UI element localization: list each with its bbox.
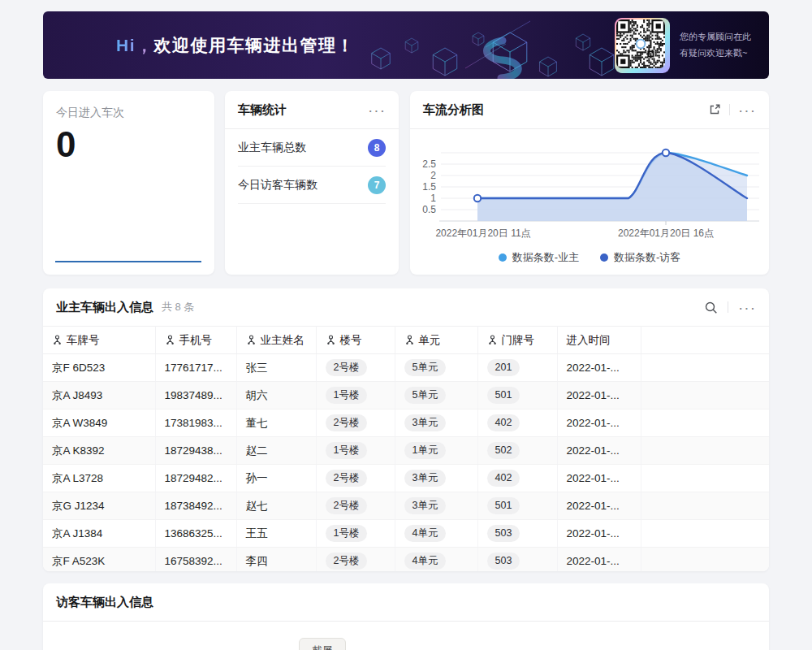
hierarchy-icon bbox=[404, 335, 415, 345]
traffic-chart-header: 车流分析图 ··· bbox=[410, 91, 769, 129]
cell-手机号: 18729482... bbox=[155, 465, 236, 492]
visitor-table-title: 访客车辆出入信息 bbox=[56, 595, 153, 610]
cell-业主姓名: 董七 bbox=[236, 410, 316, 437]
table-row[interactable]: 京A K839218729438...赵二1号楼1单元5022022-01-..… bbox=[43, 437, 769, 465]
column-header-楼号[interactable]: 楼号 bbox=[316, 327, 395, 354]
today-entries-card: 今日进入车次 0 bbox=[43, 91, 214, 275]
cell-车牌号: 京A L3728 bbox=[43, 465, 155, 492]
more-menu-icon[interactable]: ··· bbox=[738, 102, 756, 118]
cell-门牌号: 402 bbox=[477, 410, 557, 437]
svg-text:1.5: 1.5 bbox=[422, 181, 436, 193]
vehicle-stats-card: 车辆统计 ··· 业主车辆总数8今日访客车辆数7 bbox=[225, 91, 399, 275]
cell-楼号: 2号楼 bbox=[316, 465, 395, 492]
qr-caption-line1: 您的专属顾问在此 bbox=[680, 29, 751, 46]
hierarchy-icon bbox=[487, 335, 498, 345]
expand-icon[interactable] bbox=[708, 103, 721, 116]
legend-label: 数据条数-访客 bbox=[614, 250, 680, 265]
cell-blank bbox=[641, 465, 769, 492]
cell-门牌号: 201 bbox=[477, 354, 557, 382]
owner-table: 车牌号手机号业主姓名楼号单元门牌号进入时间 京F 6D52317761717..… bbox=[43, 326, 769, 571]
tag-pill: 5单元 bbox=[404, 359, 447, 376]
tag-pill: 503 bbox=[487, 552, 520, 570]
cell-手机号: 13686325... bbox=[155, 520, 236, 548]
table-row[interactable]: 京A J849319837489...胡六1号楼5单元5012022-01-..… bbox=[43, 382, 769, 410]
cell-手机号: 17761717... bbox=[155, 354, 236, 382]
cell-门牌号: 402 bbox=[477, 465, 557, 492]
cell-进入时间: 2022-01-... bbox=[557, 548, 641, 572]
column-label: 业主姓名 bbox=[261, 333, 304, 348]
svg-text:1: 1 bbox=[430, 193, 436, 204]
table-row[interactable]: 京A W384917381983...董七2号楼3单元4022022-01-..… bbox=[43, 410, 769, 437]
tag-pill: 1号楼 bbox=[326, 387, 368, 404]
cell-楼号: 1号楼 bbox=[316, 382, 395, 410]
tag-pill: 201 bbox=[487, 359, 520, 376]
column-header-单元[interactable]: 单元 bbox=[395, 327, 477, 354]
hierarchy-icon bbox=[246, 335, 257, 345]
cell-进入时间: 2022-01-... bbox=[557, 465, 641, 492]
today-entries-label: 今日进入车次 bbox=[43, 91, 214, 120]
visitor-table-body: 截屏 bbox=[43, 622, 769, 650]
column-header-门牌号[interactable]: 门牌号 bbox=[477, 327, 557, 354]
hierarchy-icon bbox=[52, 335, 63, 345]
cell-手机号: 18738492... bbox=[155, 492, 236, 520]
tag-pill: 4单元 bbox=[404, 525, 447, 542]
tag-pill: 503 bbox=[487, 525, 520, 542]
cell-单元: 3单元 bbox=[395, 465, 477, 492]
banner-greeting: Hi，欢迎使用车辆进出管理！ bbox=[116, 34, 355, 57]
owner-table-title: 业主车辆出入信息 bbox=[56, 300, 153, 315]
cell-blank bbox=[641, 382, 769, 410]
legend-item[interactable]: 数据条数-业主 bbox=[499, 250, 579, 265]
cell-进入时间: 2022-01-... bbox=[557, 382, 641, 410]
table-row[interactable]: 京A L372818729482...孙一2号楼3单元4022022-01-..… bbox=[43, 465, 769, 492]
cell-单元: 4单元 bbox=[395, 548, 477, 572]
card-accent-line bbox=[55, 261, 201, 262]
cell-单元: 5单元 bbox=[395, 354, 477, 382]
column-header-进入时间[interactable]: 进入时间 bbox=[557, 327, 641, 354]
cell-进入时间: 2022-01-... bbox=[557, 437, 641, 465]
consultant-qr-code[interactable] bbox=[615, 18, 670, 73]
cell-手机号: 16758392... bbox=[155, 548, 236, 572]
cell-业主姓名: 赵二 bbox=[236, 437, 316, 465]
table-row[interactable]: 京F 6D52317761717...张三2号楼5单元2012022-01-..… bbox=[43, 354, 769, 382]
column-header-车牌号[interactable]: 车牌号 bbox=[43, 327, 155, 354]
more-menu-icon[interactable]: ··· bbox=[368, 102, 386, 118]
stat-count-badge: 8 bbox=[368, 139, 386, 157]
owner-table-header: 业主车辆出入信息 共 8 条 ··· bbox=[43, 288, 769, 326]
more-menu-icon[interactable]: ··· bbox=[738, 300, 756, 315]
banner-consultant-area: 您的专属顾问在此 有疑问欢迎来戳~ bbox=[615, 18, 751, 73]
column-header-blank bbox=[641, 327, 769, 354]
cell-blank bbox=[641, 354, 769, 382]
svg-text:2022年01月20日 16点: 2022年01月20日 16点 bbox=[618, 228, 714, 239]
column-header-手机号[interactable]: 手机号 bbox=[155, 327, 236, 354]
cell-单元: 4单元 bbox=[395, 520, 477, 548]
cell-blank bbox=[641, 520, 769, 548]
tag-pill: 3单元 bbox=[404, 470, 447, 487]
owner-table-count: 共 8 条 bbox=[162, 300, 194, 314]
table-row[interactable]: 京G J123418738492...赵七2号楼3单元5012022-01-..… bbox=[43, 492, 769, 520]
stat-label: 业主车辆总数 bbox=[238, 141, 306, 155]
legend-dot-icon bbox=[600, 254, 608, 262]
cell-业主姓名: 李四 bbox=[236, 548, 316, 572]
tag-pill: 1单元 bbox=[404, 442, 447, 459]
column-header-业主姓名[interactable]: 业主姓名 bbox=[236, 327, 316, 354]
cell-门牌号: 501 bbox=[477, 382, 557, 410]
vehicle-dashboard: Hi，欢迎使用车辆进出管理！ 您的专属顾问在此 有疑问欢迎来戳~ 今日进入车次 … bbox=[0, 0, 812, 650]
cell-车牌号: 京A J8493 bbox=[43, 382, 155, 410]
cell-blank bbox=[641, 492, 769, 520]
header-divider bbox=[729, 104, 730, 115]
tag-pill: 3单元 bbox=[404, 497, 447, 514]
stat-row: 业主车辆总数8 bbox=[238, 129, 386, 167]
tag-pill: 3单元 bbox=[404, 414, 447, 431]
legend-item[interactable]: 数据条数-访客 bbox=[600, 250, 680, 265]
hierarchy-icon bbox=[165, 335, 175, 345]
cell-门牌号: 502 bbox=[477, 437, 557, 465]
table-row[interactable]: 京F A523K16758392...李四2号楼4单元5032022-01-..… bbox=[43, 548, 769, 572]
screenshot-button[interactable]: 截屏 bbox=[299, 638, 346, 650]
owner-table-card: 业主车辆出入信息 共 8 条 ··· 车牌号手机号业主姓名楼号单元门牌号进入时间… bbox=[43, 288, 769, 571]
svg-text:2.5: 2.5 bbox=[422, 158, 436, 170]
table-row[interactable]: 京A J138413686325...王五1号楼4单元5032022-01-..… bbox=[43, 520, 769, 548]
search-icon[interactable] bbox=[704, 301, 718, 314]
cell-车牌号: 京F A523K bbox=[43, 548, 155, 572]
chart-legend: 数据条数-业主数据条数-访客 bbox=[410, 250, 769, 265]
traffic-chart-title: 车流分析图 bbox=[423, 102, 484, 118]
